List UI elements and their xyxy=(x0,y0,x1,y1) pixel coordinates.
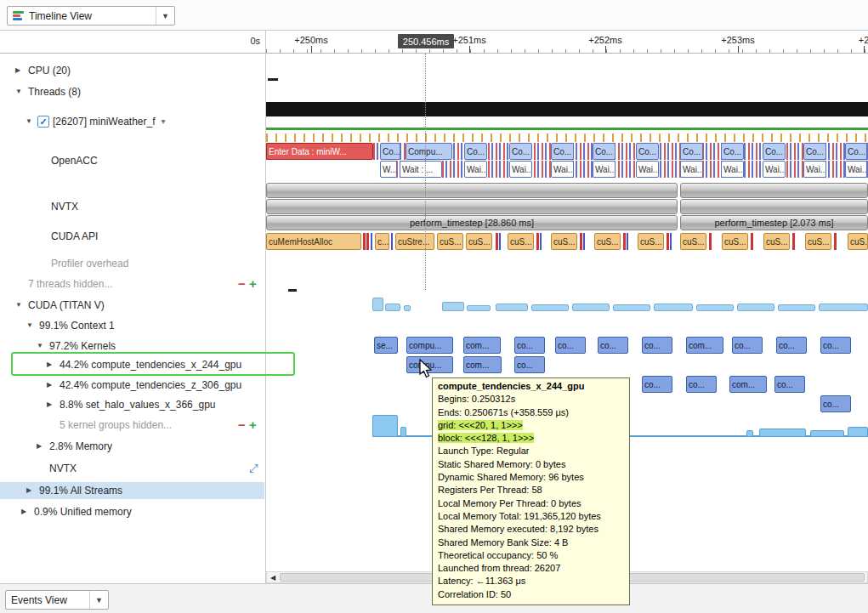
timeline-bar[interactable]: co... xyxy=(820,337,851,354)
timeline-bar[interactable]: Wai... xyxy=(636,161,659,178)
timeline-bar[interactable]: cuS... xyxy=(594,233,621,250)
expand-arrow-icon[interactable]: ▶ xyxy=(47,400,52,408)
scroll-left-button[interactable]: ◀ xyxy=(267,572,279,582)
tree-nvtx-gpu[interactable]: NVTX⤢ xyxy=(0,460,264,477)
timeline-bar[interactable]: co... xyxy=(642,337,672,354)
tree-kernel-z306[interactable]: ▶42.4% compute_tendencies_z_306_gpu xyxy=(0,377,264,394)
tree-openacc[interactable]: OpenACC xyxy=(0,152,264,169)
timeline-bar[interactable]: c... xyxy=(375,233,389,250)
tree-unified-memory[interactable]: ▶0.9% Unified memory xyxy=(0,503,264,520)
timeline-bar[interactable]: cuS... xyxy=(551,233,577,250)
timeline-bar[interactable]: co... xyxy=(642,376,672,393)
tree-cuda-api[interactable]: CUDA API xyxy=(0,228,264,245)
chevron-down-icon[interactable]: ▼ xyxy=(89,591,103,609)
expand-arrow-icon[interactable]: ▶ xyxy=(47,381,52,389)
collapse-arrow-icon[interactable]: ▼ xyxy=(15,88,22,95)
timeline-bar[interactable]: co... xyxy=(776,337,807,354)
timeline-bar[interactable]: compu... xyxy=(406,337,453,354)
timeline-bar[interactable]: Wai... xyxy=(680,161,703,178)
restore-hidden-rows-icon[interactable]: + xyxy=(249,417,257,432)
timeline-bar[interactable]: Compu... xyxy=(406,143,452,160)
timeline-bar[interactable]: Co... xyxy=(680,143,703,160)
timeline-bar[interactable]: Co... xyxy=(464,143,487,160)
expand-row-icon[interactable]: ⤢ xyxy=(249,462,258,475)
remove-hidden-rows-icon[interactable]: − xyxy=(238,276,246,291)
timeline-bar[interactable]: Wait : ... xyxy=(400,161,442,178)
timeline-bar[interactable]: com... xyxy=(463,337,501,354)
timeline-bar[interactable]: Co... xyxy=(551,143,574,160)
timeline-bar[interactable]: cuS... xyxy=(680,233,706,250)
tree-memory[interactable]: ▶2.8% Memory xyxy=(0,438,264,455)
timeline-bar[interactable]: Co... xyxy=(593,143,616,160)
expand-arrow-icon[interactable]: ▶ xyxy=(26,486,31,494)
timeline-bar[interactable]: co... xyxy=(555,337,586,354)
timeline-bar[interactable]: cuMemHostAlloc xyxy=(266,233,361,250)
timeline-view-dropdown[interactable]: Timeline View ▼ xyxy=(7,6,175,26)
collapse-arrow-icon[interactable]: ▼ xyxy=(37,342,43,349)
tree-process-miniweather[interactable]: ▼✓[26207] miniWeather_f▾ xyxy=(0,113,264,130)
timeline-bar[interactable]: Wai... xyxy=(845,161,867,178)
tree-kernel-groups-hidden[interactable]: 5 kernel groups hidden...−+ xyxy=(0,417,264,434)
timeline-bar[interactable]: cuS... xyxy=(722,233,748,250)
timeline-bar[interactable]: Wai... xyxy=(763,161,786,178)
timeline-ruler[interactable]: +250ms+251ms+252ms+253ms+2 250.456ms xyxy=(266,31,868,53)
collapse-arrow-icon[interactable]: ▼ xyxy=(15,301,22,309)
timeline-bar[interactable]: cuS... xyxy=(508,233,534,250)
timeline-bar[interactable]: cuS... xyxy=(763,233,790,250)
tree-kernel-halo[interactable]: ▶8.8% set_halo_values_x_366_gpu xyxy=(0,396,264,413)
timeline-bar[interactable]: com... xyxy=(463,356,502,373)
timeline-bar[interactable]: Co... xyxy=(721,143,744,160)
timeline-bar[interactable]: cuS... xyxy=(437,233,463,250)
timeline-bar[interactable]: Enter Data : miniW... xyxy=(266,143,373,160)
timeline-bar[interactable]: Co... xyxy=(845,143,867,160)
events-view-dropdown[interactable]: Events View ▼ xyxy=(5,590,109,610)
timeline-bar[interactable]: Wai... xyxy=(551,161,574,178)
timeline-bar[interactable]: co... xyxy=(820,395,851,412)
timeline-bar[interactable]: Co... xyxy=(803,143,826,160)
tree-all-streams[interactable]: ▶99.1% All Streams xyxy=(0,482,264,499)
timeline-bar[interactable]: com... xyxy=(729,376,767,393)
timeline-bar[interactable]: Wai... xyxy=(803,161,826,178)
timeline-bar[interactable]: Co... xyxy=(636,143,659,160)
tree-threads[interactable]: ▼Threads (8) xyxy=(0,83,264,100)
timeline-bar[interactable]: cuStre... xyxy=(395,233,434,250)
tree-profiler-overhead[interactable]: Profiler overhead xyxy=(0,255,264,272)
timeline-bar[interactable]: cuS... xyxy=(466,233,492,250)
timeline-bar[interactable]: co... xyxy=(732,337,763,354)
expand-arrow-icon[interactable]: ▶ xyxy=(15,66,20,74)
timeline-bar[interactable]: Wai... xyxy=(721,161,744,178)
timeline-bar[interactable]: W... xyxy=(380,161,397,178)
collapse-arrow-icon[interactable]: ▼ xyxy=(26,117,32,125)
expand-arrow-icon[interactable]: ▶ xyxy=(21,508,26,515)
tree-threads-hidden[interactable]: 7 threads hidden...−+ xyxy=(0,275,264,292)
collapse-arrow-icon[interactable]: ▼ xyxy=(26,321,33,329)
remove-hidden-rows-icon[interactable]: − xyxy=(238,417,246,432)
timeline-bar[interactable]: Co... xyxy=(763,143,786,160)
timeline-bar[interactable]: Wai... xyxy=(464,161,487,178)
timeline-bar[interactable]: com... xyxy=(686,337,723,354)
chevron-down-icon[interactable]: ▼ xyxy=(156,7,169,25)
restore-hidden-rows-icon[interactable]: + xyxy=(249,276,257,291)
timeline-bar[interactable]: co... xyxy=(686,376,717,393)
timeline-bar[interactable]: perform_timestep [28.860 ms] xyxy=(266,215,678,230)
tree-cpu[interactable]: ▶CPU (20) xyxy=(0,62,264,79)
process-dropdown-icon[interactable]: ▾ xyxy=(162,115,166,128)
tree-context1[interactable]: ▼99.1% Context 1 xyxy=(0,317,264,334)
timeline-bar[interactable]: cuS... xyxy=(848,233,868,250)
timeline-bar[interactable]: co... xyxy=(598,337,628,354)
timeline-bar[interactable]: perform_timestep [2.073 ms] xyxy=(680,215,868,230)
process-checkbox[interactable]: ✓ xyxy=(37,116,49,128)
timeline-bar[interactable]: se... xyxy=(374,337,398,354)
timeline-bar[interactable]: co... xyxy=(514,356,545,373)
timeline-bar[interactable]: cuS... xyxy=(638,233,664,250)
tree-cuda-device[interactable]: ▼CUDA (TITAN V) xyxy=(0,297,264,314)
expand-arrow-icon[interactable]: ▶ xyxy=(37,442,42,450)
timeline-bar[interactable]: co... xyxy=(774,376,805,393)
timeline-bar[interactable]: Co... xyxy=(509,143,532,160)
timeline-bar[interactable]: Co... xyxy=(380,143,400,160)
timeline-bar[interactable]: co... xyxy=(514,337,545,354)
timeline-bar[interactable]: cuS... xyxy=(805,233,831,250)
tree-nvtx-thread[interactable]: NVTX xyxy=(0,198,264,215)
timeline-bar[interactable]: Wai... xyxy=(593,161,616,178)
timeline-bar[interactable]: Wai... xyxy=(509,161,532,178)
